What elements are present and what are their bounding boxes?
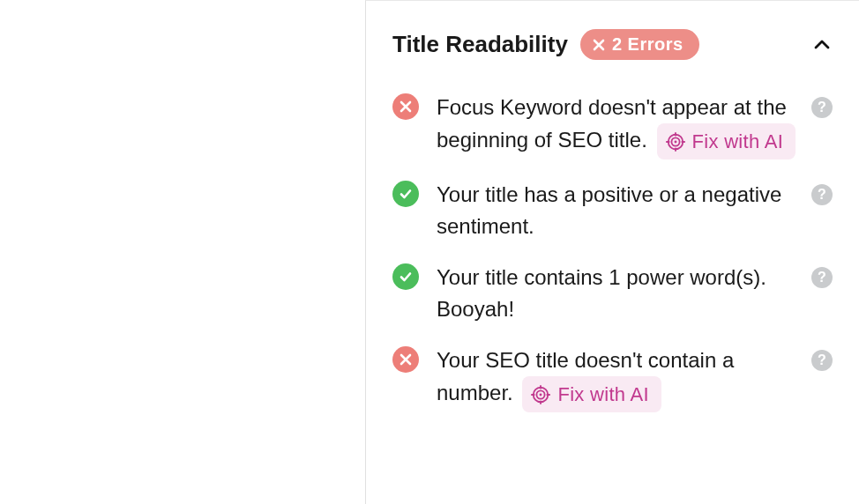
help-icon[interactable]: ?	[811, 267, 833, 288]
check-item-body: Focus Keyword doesn't appear at the begi…	[437, 92, 811, 159]
status-success-icon	[392, 263, 419, 290]
error-count-badge: 2 Errors	[580, 29, 699, 60]
error-count-text: 2 Errors	[612, 34, 683, 55]
section-header[interactable]: Title Readability 2 Errors	[366, 10, 859, 76]
status-error-icon	[392, 93, 419, 120]
svg-point-2	[674, 140, 676, 143]
ai-target-icon	[666, 132, 685, 152]
section-title: Title Readability	[392, 31, 568, 58]
fix-label: Fix with AI	[692, 127, 784, 156]
help-icon[interactable]: ?	[811, 97, 833, 118]
check-item: Your title contains 1 power word(s). Boo…	[392, 262, 833, 325]
fix-with-ai-button[interactable]: Fix with AI	[657, 123, 796, 159]
check-item-body: Your title has a positive or a negative …	[437, 179, 811, 242]
checks-list: Focus Keyword doesn't appear at the begi…	[366, 76, 859, 449]
help-icon[interactable]: ?	[811, 184, 833, 205]
status-error-icon	[392, 346, 419, 373]
check-item-body: Your SEO title doesn't contain a number.…	[437, 345, 811, 412]
status-success-icon	[392, 181, 419, 207]
svg-point-5	[540, 393, 542, 396]
chevron-up-icon[interactable]	[811, 34, 833, 56]
fix-with-ai-button[interactable]: Fix with AI	[522, 376, 661, 412]
fix-label: Fix with AI	[557, 380, 649, 409]
check-item: Your SEO title doesn't contain a number.…	[392, 345, 833, 412]
ai-target-icon	[531, 385, 550, 404]
seo-panel: Title Readability 2 Errors Focus Keyword…	[365, 0, 859, 504]
check-item: Your title has a positive or a negative …	[392, 179, 833, 242]
check-text: Your title contains 1 power word(s). Boo…	[437, 265, 766, 321]
check-item-body: Your title contains 1 power word(s). Boo…	[437, 262, 811, 325]
help-icon[interactable]: ?	[811, 350, 833, 371]
check-text: Your title has a positive or a negative …	[437, 182, 781, 238]
check-item: Focus Keyword doesn't appear at the begi…	[392, 92, 833, 159]
x-icon	[593, 39, 605, 51]
